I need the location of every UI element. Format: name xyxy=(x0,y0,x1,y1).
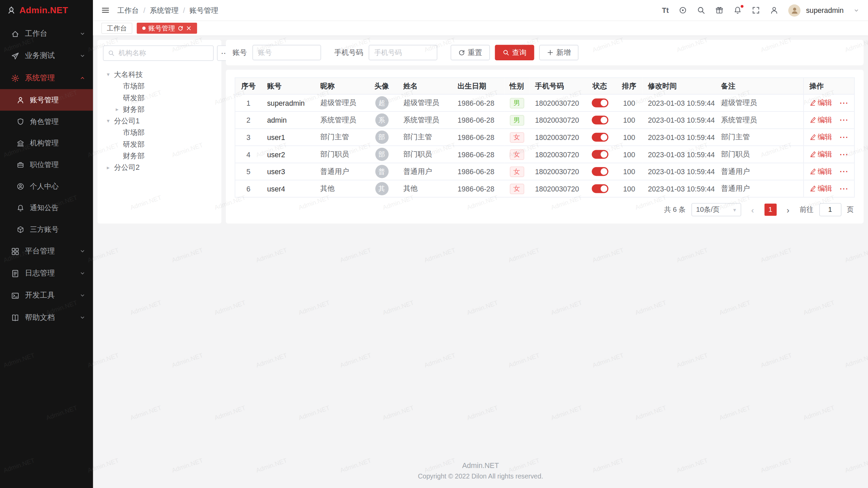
cell-status xyxy=(584,180,616,197)
font-size-icon[interactable]: Tt xyxy=(662,6,669,14)
edit-button[interactable]: 编辑 xyxy=(809,166,832,176)
goto-page-input[interactable] xyxy=(819,203,841,216)
cell-nickname: 普通用户 xyxy=(315,163,366,180)
sidebar-item-account-mgmt[interactable]: 账号管理 xyxy=(0,89,93,111)
username[interactable]: superadmin xyxy=(806,6,844,14)
edit-button[interactable]: 编辑 xyxy=(809,149,832,159)
row-more-button[interactable]: ··· xyxy=(840,150,849,158)
sidebar-item-personal-center[interactable]: 个人中心 xyxy=(0,176,93,197)
cell-birthdate: 1986-06-28 xyxy=(452,163,504,180)
status-toggle[interactable] xyxy=(591,133,608,142)
theme-icon[interactable] xyxy=(715,6,723,14)
tree-node[interactable]: ▾分公司1 xyxy=(103,115,216,127)
sidebar-item-third-account[interactable]: 三方账号 xyxy=(0,219,93,240)
tree-node[interactable]: 市场部 xyxy=(103,127,216,138)
close-icon[interactable] xyxy=(186,25,192,31)
tree-node[interactable]: 财务部 xyxy=(103,150,216,161)
notification-icon[interactable] xyxy=(733,6,742,14)
next-page-button[interactable]: › xyxy=(782,204,794,216)
cell-status xyxy=(584,129,616,146)
column-header-1: 账号 xyxy=(261,78,315,94)
sidebar-item-position-mgmt[interactable]: 职位管理 xyxy=(0,154,93,176)
search-icon[interactable] xyxy=(697,6,705,14)
breadcrumb-item[interactable]: 系统管理 xyxy=(150,5,179,15)
tab-account-mgmt[interactable]: 账号管理 xyxy=(137,23,197,34)
add-button[interactable]: 新增 xyxy=(539,45,578,60)
row-more-button[interactable]: ··· xyxy=(840,116,849,124)
caret-down-icon[interactable]: ▾ xyxy=(105,118,111,124)
tab-workbench[interactable]: 工作台 xyxy=(101,23,132,34)
edit-button[interactable]: 编辑 xyxy=(809,132,832,142)
tree-node[interactable]: ▸财务部 xyxy=(103,103,216,115)
edit-button[interactable]: 编辑 xyxy=(809,184,832,194)
cell-name: 部门主管 xyxy=(398,129,452,146)
edit-pen-icon xyxy=(809,151,816,158)
sidebar-item-org-mgmt[interactable]: 机构管理 xyxy=(0,132,93,154)
sidebar-item-workbench[interactable]: 工作台 xyxy=(0,23,93,45)
page-number-current[interactable]: 1 xyxy=(764,204,776,216)
cell-name: 系统管理员 xyxy=(398,111,452,129)
tree-node[interactable]: 研发部 xyxy=(103,92,216,103)
cell-no: 4 xyxy=(235,146,261,163)
cell-order: 100 xyxy=(616,146,642,163)
sidebar-item-help-docs[interactable]: 帮助文档 xyxy=(0,306,93,328)
org-search-input[interactable] xyxy=(117,49,209,58)
filter-panel: 账号 手机号码 重置 查询 xyxy=(226,40,864,65)
edit-button[interactable]: 编辑 xyxy=(809,115,832,125)
refresh-icon xyxy=(458,49,465,56)
reset-button[interactable]: 重置 xyxy=(451,45,490,60)
tree-node[interactable]: ▾大名科技 xyxy=(103,68,216,80)
caret-right-icon[interactable]: ▸ xyxy=(105,164,111,170)
sidebar-item-system[interactable]: 系统管理 xyxy=(0,67,93,89)
sex-badge: 女 xyxy=(510,149,524,160)
status-toggle[interactable] xyxy=(591,99,608,107)
page-size-select[interactable]: 10条/页 ▾ xyxy=(691,203,741,216)
sex-badge: 女 xyxy=(510,132,524,142)
account-input[interactable] xyxy=(252,45,321,60)
row-more-button[interactable]: ··· xyxy=(840,133,849,141)
tree-node[interactable]: 研发部 xyxy=(103,138,216,150)
sex-badge: 男 xyxy=(510,115,524,125)
row-more-button[interactable]: ··· xyxy=(840,99,849,107)
caret-right-icon[interactable]: ▸ xyxy=(114,106,120,112)
status-toggle[interactable] xyxy=(591,116,608,125)
sidebar-item-platform[interactable]: 平台管理 xyxy=(0,240,93,262)
document-icon xyxy=(11,269,19,277)
sidebar-item-logs[interactable]: 日志管理 xyxy=(0,262,93,284)
sidebar-item-role-mgmt[interactable]: 角色管理 xyxy=(0,111,93,133)
user-avatar[interactable] xyxy=(788,4,801,16)
sidebar-item-notice[interactable]: 通知公告 xyxy=(0,197,93,219)
sidebar-item-label: 平台管理 xyxy=(25,246,74,256)
tree-node[interactable]: 市场部 xyxy=(103,80,216,92)
cell-sex: 男 xyxy=(504,111,530,129)
briefcase-icon xyxy=(17,161,24,168)
tree-node[interactable]: ▸分公司2 xyxy=(103,162,216,173)
row-more-button[interactable]: ··· xyxy=(840,184,849,192)
fullscreen-icon[interactable] xyxy=(752,6,760,14)
sidebar-item-dev-tools[interactable]: 开发工具 xyxy=(0,284,93,306)
chevron-down-icon[interactable] xyxy=(854,7,859,13)
cell-no: 5 xyxy=(235,163,261,180)
caret-down-icon[interactable]: ▾ xyxy=(105,72,111,78)
refresh-icon[interactable] xyxy=(178,25,183,31)
tab-label: 账号管理 xyxy=(149,23,175,33)
status-toggle[interactable] xyxy=(591,184,608,193)
prev-page-button[interactable]: ‹ xyxy=(747,204,759,216)
sex-badge: 女 xyxy=(510,166,524,177)
phone-input[interactable] xyxy=(369,45,437,60)
collapse-menu-icon[interactable] xyxy=(101,6,110,14)
breadcrumb-item[interactable]: 工作台 xyxy=(117,5,139,15)
search-button[interactable]: 查询 xyxy=(495,45,534,60)
brand-name: Admin.NET xyxy=(19,5,68,15)
sidebar-item-biz-test[interactable]: 业务测试 xyxy=(0,45,93,67)
table-row: 6user4其他其其他1986-06-28女180200307201002023… xyxy=(235,180,854,197)
row-more-button[interactable]: ··· xyxy=(840,167,849,176)
status-toggle[interactable] xyxy=(591,167,608,176)
cell-actions: 编辑··· xyxy=(804,163,854,180)
edit-button[interactable]: 编辑 xyxy=(809,98,832,108)
status-toggle[interactable] xyxy=(591,150,608,159)
locale-icon[interactable] xyxy=(679,6,687,14)
cell-status xyxy=(584,94,616,111)
cell-no: 6 xyxy=(235,180,261,197)
profile-icon[interactable] xyxy=(770,6,778,14)
